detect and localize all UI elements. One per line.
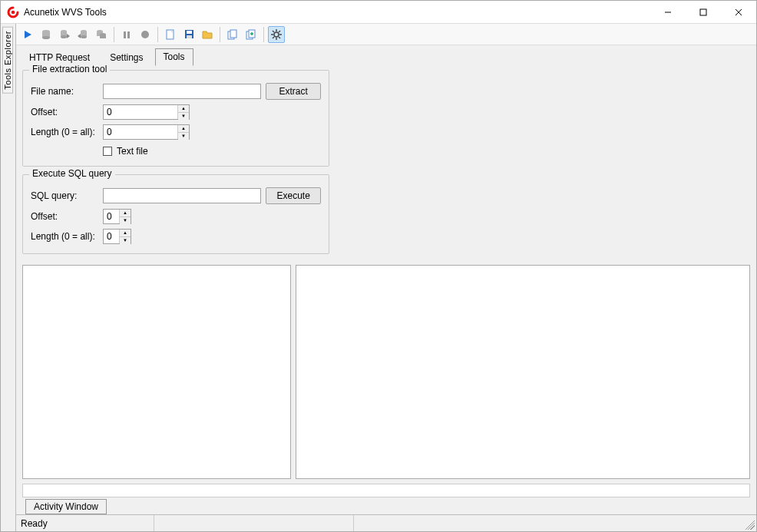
database-import-icon[interactable] (56, 26, 73, 43)
app-logo-icon (7, 6, 19, 18)
new-file-icon[interactable] (162, 26, 179, 43)
file-name-input[interactable] (103, 84, 262, 99)
sql-offset-spinner[interactable]: ▲▼ (103, 209, 131, 224)
chevron-up-icon[interactable]: ▲ (120, 230, 131, 237)
svg-rect-30 (230, 30, 236, 38)
database-copy-icon[interactable] (93, 26, 110, 43)
svg-point-8 (42, 36, 50, 39)
offset-spinner[interactable]: ▲▼ (103, 104, 190, 120)
open-folder-icon[interactable] (199, 26, 216, 43)
save-icon[interactable] (180, 26, 197, 43)
pause-icon[interactable] (118, 26, 135, 43)
result-pane-left[interactable] (22, 265, 291, 479)
svg-rect-28 (187, 35, 192, 38)
copy-icon[interactable] (224, 26, 241, 43)
svg-point-35 (274, 32, 279, 37)
length-label: Length (0 = all): (31, 127, 98, 137)
resize-grip-icon[interactable] (742, 517, 755, 530)
execute-sql-legend: Execute SQL query (29, 168, 115, 179)
execute-sql-group: Execute SQL query SQL query: Execute Off… (22, 174, 329, 254)
chevron-down-icon[interactable]: ▼ (178, 113, 189, 120)
svg-marker-5 (25, 31, 31, 38)
file-extraction-group: File extraction tool File name: Extract … (22, 70, 329, 167)
svg-line-40 (273, 31, 274, 32)
content-tabs: HTTP Request Settings Tools (16, 45, 756, 65)
extract-button[interactable]: Extract (266, 83, 321, 100)
play-icon[interactable] (19, 26, 36, 43)
svg-line-42 (279, 31, 280, 32)
chevron-up-icon[interactable]: ▲ (178, 125, 189, 133)
svg-point-0 (12, 10, 15, 14)
maximize-button[interactable] (686, 1, 721, 24)
sql-length-input[interactable] (104, 230, 119, 243)
svg-rect-21 (124, 31, 126, 38)
length-spinner[interactable]: ▲▼ (103, 124, 190, 140)
file-extraction-legend: File extraction tool (29, 64, 110, 74)
svg-point-15 (81, 35, 87, 38)
record-icon[interactable] (137, 26, 154, 43)
side-tab-rail: Tools Explorer (1, 24, 16, 531)
database-export-icon[interactable] (74, 26, 91, 43)
tools-explorer-tab[interactable]: Tools Explorer (2, 27, 13, 94)
sql-length-spinner[interactable]: ▲▼ (103, 229, 131, 244)
svg-line-43 (273, 37, 274, 38)
tab-tools[interactable]: Tools (155, 48, 193, 66)
svg-rect-22 (127, 31, 130, 38)
svg-rect-27 (187, 31, 192, 34)
text-file-label: Text file (117, 146, 148, 157)
activity-tab-bar: Activity Window (22, 499, 750, 514)
gear-icon[interactable] (268, 26, 285, 43)
result-pane-right[interactable] (296, 265, 750, 479)
status-bar: Ready (16, 514, 756, 531)
svg-rect-20 (100, 35, 106, 38)
chevron-up-icon[interactable]: ▲ (120, 210, 131, 217)
copy-plus-icon[interactable] (243, 26, 259, 43)
sql-offset-input[interactable] (104, 210, 119, 223)
sql-query-label: SQL query: (31, 190, 98, 201)
chevron-up-icon[interactable]: ▲ (178, 105, 189, 113)
status-ready: Ready (16, 515, 154, 531)
window-title: Acunetix WVS Tools (24, 7, 107, 18)
minimize-button[interactable] (650, 1, 686, 24)
svg-point-23 (141, 31, 149, 38)
activity-window-tab[interactable]: Activity Window (25, 499, 107, 514)
progress-bar (22, 484, 750, 497)
status-cell-2 (154, 515, 354, 531)
execute-button[interactable]: Execute (266, 187, 321, 204)
sql-length-label: Length (0 = all): (31, 231, 98, 242)
svg-rect-2 (700, 9, 706, 15)
chevron-down-icon[interactable]: ▼ (178, 133, 189, 140)
window-controls (650, 1, 756, 24)
svg-marker-12 (67, 34, 70, 38)
result-panes (22, 265, 750, 479)
text-file-checkbox[interactable] (103, 147, 112, 156)
svg-line-41 (279, 37, 280, 38)
offset-label: Offset: (31, 107, 98, 117)
svg-point-11 (61, 35, 67, 38)
sql-query-input[interactable] (103, 188, 262, 203)
offset-input[interactable] (104, 105, 177, 119)
database-icon[interactable] (38, 26, 55, 43)
main-toolbar (16, 24, 756, 45)
titlebar: Acunetix WVS Tools (1, 1, 756, 24)
app-window: Acunetix WVS Tools Tools Explorer (0, 0, 757, 532)
close-button[interactable] (721, 1, 756, 24)
file-name-label: File name: (31, 86, 98, 97)
length-input[interactable] (104, 125, 177, 139)
chevron-down-icon[interactable]: ▼ (120, 237, 131, 244)
chevron-down-icon[interactable]: ▼ (120, 217, 131, 224)
sql-offset-label: Offset: (31, 211, 98, 222)
svg-marker-16 (78, 34, 81, 38)
